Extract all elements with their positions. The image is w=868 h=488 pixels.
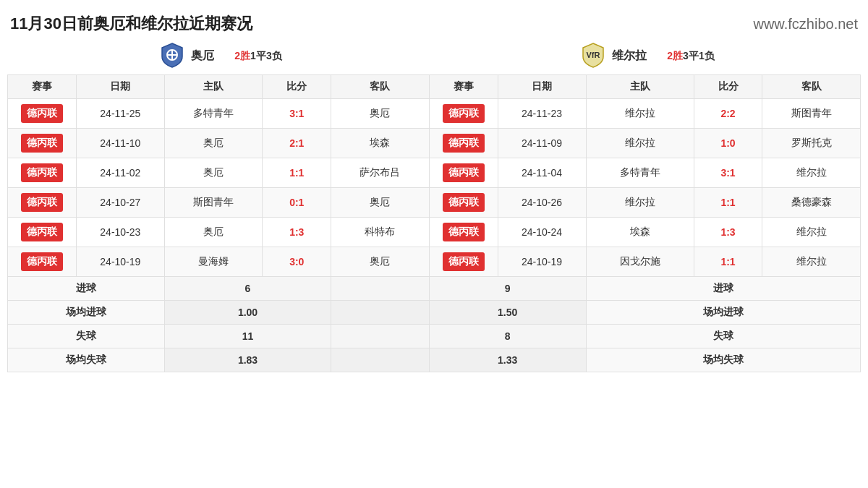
table-row: 德丙联 24-11-02 奥厄 1:1 萨尔布吕 德丙联 24-11-04 多特…: [8, 158, 861, 188]
right-away-3: 桑德豪森: [762, 188, 861, 218]
stat-val-right-2: 8: [429, 325, 586, 348]
website-url: www.fczhibo.net: [753, 16, 858, 33]
col-header-away-left: 客队: [331, 75, 430, 99]
page-wrapper: 11月30日前奥厄和维尔拉近期赛况 www.fczhibo.net 奥厄 2胜1…: [0, 0, 868, 387]
right-score-2: 3:1: [694, 158, 762, 188]
stat-label-right-1: 场均进球: [586, 301, 860, 325]
right-team-header: VfR 维尔拉 2胜3平1负: [434, 42, 861, 70]
left-date-5: 24-10-19: [76, 247, 164, 277]
stat-row: 场均失球 1.83 1.33 场均失球: [8, 348, 861, 372]
right-date-4: 24-10-24: [498, 218, 586, 247]
stat-val-left-2: 11: [164, 325, 331, 348]
right-date-2: 24-11-04: [498, 158, 586, 188]
right-league-1: 德丙联: [429, 129, 498, 158]
left-home-2: 奥厄: [164, 158, 263, 188]
left-score-3: 0:1: [263, 188, 331, 218]
right-date-3: 24-10-26: [498, 188, 586, 218]
right-league-5: 德丙联: [429, 247, 498, 277]
col-header-home-left: 主队: [164, 75, 263, 99]
right-date-1: 24-11-09: [498, 129, 586, 158]
right-date-5: 24-10-19: [498, 247, 586, 277]
right-home-0: 维尔拉: [586, 99, 694, 129]
stat-val-left-0: 6: [164, 277, 331, 301]
left-away-3: 奥厄: [331, 188, 430, 218]
left-league-4: 德丙联: [8, 218, 77, 247]
right-league-2: 德丙联: [429, 158, 498, 188]
right-score-5: 1:1: [694, 247, 762, 277]
stat-row: 场均进球 1.00 1.50 场均进球: [8, 301, 861, 325]
right-away-4: 维尔拉: [762, 218, 861, 247]
right-away-2: 维尔拉: [762, 158, 861, 188]
right-league-4: 德丙联: [429, 218, 498, 247]
right-away-1: 罗斯托克: [762, 129, 861, 158]
left-away-4: 科特布: [331, 218, 430, 247]
table-row: 德丙联 24-10-23 奥厄 1:3 科特布 德丙联 24-10-24 埃森 …: [8, 218, 861, 247]
left-score-5: 3:0: [263, 247, 331, 277]
left-home-5: 曼海姆: [164, 247, 263, 277]
left-date-2: 24-11-02: [76, 158, 164, 188]
left-score-1: 2:1: [263, 129, 331, 158]
left-home-4: 奥厄: [164, 218, 263, 247]
left-team-header: 奥厄 2胜1平3负: [7, 42, 434, 70]
col-header-score-left: 比分: [263, 75, 331, 99]
col-header-away-right: 客队: [762, 75, 861, 99]
col-header-home-right: 主队: [586, 75, 694, 99]
stat-spacer-1: [331, 301, 430, 325]
left-league-1: 德丙联: [8, 129, 77, 158]
table-row: 德丙联 24-11-25 多特青年 3:1 奥厄 德丙联 24-11-23 维尔…: [8, 99, 861, 129]
left-score-0: 3:1: [263, 99, 331, 129]
left-team-record: 2胜1平3负: [234, 50, 281, 63]
main-table: 赛事 日期 主队 比分 客队 赛事 日期 主队 比分 客队 德丙联 24-11-…: [7, 74, 861, 372]
right-score-1: 1:0: [694, 129, 762, 158]
stat-val-right-3: 1.33: [429, 348, 586, 372]
stat-row: 进球 6 9 进球: [8, 277, 861, 301]
stat-label-right-3: 场均失球: [586, 348, 860, 372]
right-home-4: 埃森: [586, 218, 694, 247]
left-league-2: 德丙联: [8, 158, 77, 188]
left-league-0: 德丙联: [8, 99, 77, 129]
right-home-1: 维尔拉: [586, 129, 694, 158]
stat-label-left-1: 场均进球: [8, 301, 165, 325]
right-home-2: 多特青年: [586, 158, 694, 188]
stat-row: 失球 11 8 失球: [8, 325, 861, 348]
right-league-3: 德丙联: [429, 188, 498, 218]
header-row: 11月30日前奥厄和维尔拉近期赛况 www.fczhibo.net: [7, 7, 861, 42]
stat-label-right-0: 进球: [586, 277, 860, 301]
right-team-record: 2胜3平1负: [667, 50, 714, 63]
right-team-name: 维尔拉: [612, 48, 647, 64]
left-home-0: 多特青年: [164, 99, 263, 129]
col-header-score-right: 比分: [694, 75, 762, 99]
right-league-0: 德丙联: [429, 99, 498, 129]
stat-label-left-0: 进球: [8, 277, 165, 301]
right-score-0: 2:2: [694, 99, 762, 129]
stat-val-left-1: 1.00: [164, 301, 331, 325]
left-score-4: 1:3: [263, 218, 331, 247]
right-away-5: 维尔拉: [762, 247, 861, 277]
left-league-3: 德丙联: [8, 188, 77, 218]
left-date-0: 24-11-25: [76, 99, 164, 129]
left-team-name: 奥厄: [191, 48, 214, 64]
left-home-1: 奥厄: [164, 129, 263, 158]
page-title: 11月30日前奥厄和维尔拉近期赛况: [10, 13, 252, 35]
table-row: 德丙联 24-11-10 奥厄 2:1 埃森 德丙联 24-11-09 维尔拉 …: [8, 129, 861, 158]
left-date-1: 24-11-10: [76, 129, 164, 158]
stat-spacer-2: [331, 325, 430, 348]
stat-label-left-3: 场均失球: [8, 348, 165, 372]
stat-label-left-2: 失球: [8, 325, 165, 348]
left-date-4: 24-10-23: [76, 218, 164, 247]
right-away-0: 斯图青年: [762, 99, 861, 129]
stat-val-left-3: 1.83: [164, 348, 331, 372]
left-away-1: 埃森: [331, 129, 430, 158]
col-header-date-left: 日期: [76, 75, 164, 99]
stat-label-right-2: 失球: [586, 325, 860, 348]
col-header-match-right: 赛事: [429, 75, 498, 99]
stat-val-right-1: 1.50: [429, 301, 586, 325]
left-league-5: 德丙联: [8, 247, 77, 277]
right-date-0: 24-11-23: [498, 99, 586, 129]
right-score-4: 1:3: [694, 218, 762, 247]
stat-spacer-0: [331, 277, 430, 301]
right-home-3: 维尔拉: [586, 188, 694, 218]
svg-text:VfR: VfR: [587, 51, 600, 59]
left-away-5: 奥厄: [331, 247, 430, 277]
table-row: 德丙联 24-10-19 曼海姆 3:0 奥厄 德丙联 24-10-19 因戈尔…: [8, 247, 861, 277]
